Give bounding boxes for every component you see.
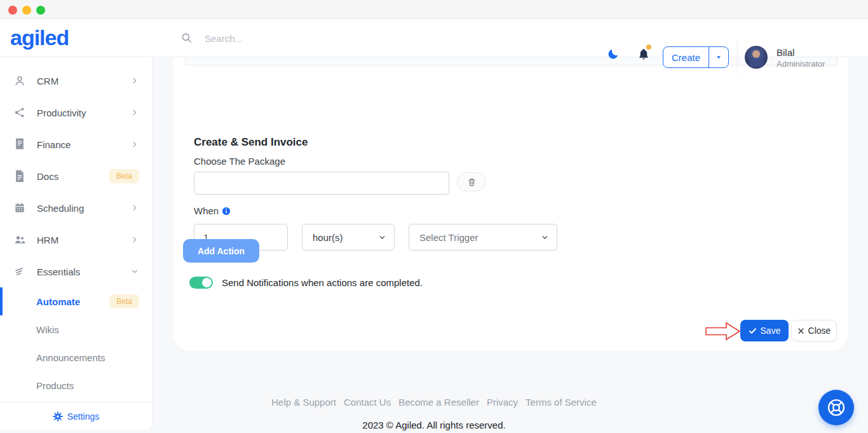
calendar-icon [13,202,27,214]
chevron-down-icon [378,233,386,242]
footer-link-privacy[interactable]: Privacy [487,397,518,408]
caret-down-icon [715,53,722,61]
chevron-down-icon [130,267,139,276]
app-header: agiled Create Bilal Administrator [0,19,868,57]
info-icon[interactable] [222,207,231,216]
scrolled-section-edge [185,57,837,65]
dark-mode-toggle[interactable] [605,46,621,62]
moon-icon [607,48,620,60]
sidebar-subitem-announcements[interactable]: Announcements [0,343,152,371]
sidebar-item-label: Essentials [37,266,80,277]
sidebar-subitem-label: Announcements [36,352,105,363]
sidebar-subitem-products[interactable]: Products [0,371,152,399]
window-minimize-icon[interactable] [22,6,31,15]
close-button-label: Close [808,326,831,336]
create-button-label: Create [663,47,709,67]
create-dropdown-toggle[interactable] [709,47,728,67]
create-button[interactable]: Create [663,46,729,68]
save-button-label: Save [761,326,781,336]
package-input[interactable] [194,172,449,195]
agiled-logo[interactable]: agiled [10,25,69,50]
document-icon [13,170,27,182]
sidebar-item-label: Productivity [37,107,86,118]
beta-badge: Beta [109,169,139,183]
close-icon [797,327,804,334]
bell-icon [637,48,650,60]
chevron-right-icon [130,76,139,85]
trigger-select[interactable]: Select Trigger [409,224,557,251]
delay-unit-value: hour(s) [313,232,343,243]
sidebar-item-label: Finance [37,139,71,150]
sidebar-item-scheduling[interactable]: Scheduling [0,192,152,224]
chevron-right-icon [130,203,139,212]
notification-toggle[interactable] [189,277,213,289]
sidebar: CRM Productivity Finance Docs Beta Sched… [0,57,153,430]
invoice-icon [13,138,27,151]
notification-dot [646,45,651,50]
chevron-right-icon [130,140,139,149]
sidebar-item-docs[interactable]: Docs Beta [0,160,152,192]
sidebar-item-productivity[interactable]: Productivity [0,97,152,128]
chevron-right-icon [130,108,139,117]
sidebar-item-label: CRM [37,76,58,86]
footer-link-reseller[interactable]: Become a Reseller [398,397,479,408]
sidebar-item-label: HRM [37,235,58,245]
window-zoom-icon[interactable] [36,6,45,15]
search-input[interactable] [205,33,471,44]
sidebar-item-label: Docs [37,171,58,182]
notification-toggle-row: Send Notifications when actions are comp… [189,277,423,289]
sidebar-subitem-label: Wikis [36,324,59,335]
global-search [180,28,471,48]
trigger-select-value: Select Trigger [419,232,478,243]
sidebar-settings[interactable]: Settings [0,402,152,430]
app-root: agiled Create Bilal Administrator [0,0,868,433]
settings-label: Settings [67,411,100,422]
avatar[interactable] [745,46,768,69]
workflow-icon [13,106,27,119]
footer-link-terms[interactable]: Terms of Service [526,397,597,408]
notifications-button[interactable] [635,46,652,62]
add-action-button[interactable]: Add Action [183,239,259,263]
sidebar-subitem-label: Products [36,380,74,391]
when-label: When [194,205,219,216]
close-button[interactable]: Close [791,320,837,341]
delay-unit-select[interactable]: hour(s) [302,224,395,251]
beta-badge: Beta [109,294,139,308]
automation-editor-card: Create & Send Invoice Choose The Package… [173,57,848,351]
sidebar-subitem-label: Automate [36,296,80,307]
when-row: When [194,205,231,216]
notification-toggle-label: Send Notifications when actions are comp… [222,277,423,288]
package-label: Choose The Package [194,156,285,167]
sidebar-item-label: Scheduling [37,203,84,214]
sidebar-item-finance[interactable]: Finance [0,128,152,160]
annotation-arrow [705,322,741,341]
chevron-right-icon [130,235,139,244]
sidebar-item-hrm[interactable]: HRM [0,224,152,256]
automation-heading: Create & Send Invoice [194,136,308,149]
chevron-down-icon [541,233,549,242]
user-role: Administrator [776,59,825,69]
user-icon [13,74,27,87]
header-divider [737,40,738,74]
check-icon [749,327,757,335]
sidebar-subitem-automate[interactable]: Automate Beta [0,287,152,315]
search-icon [180,32,193,45]
layers-icon [13,265,27,278]
sidebar-subitem-wikis[interactable]: Wikis [0,315,152,343]
delete-action-button[interactable] [457,172,486,191]
lifebuoy-icon [825,397,847,418]
people-icon [13,233,27,246]
trash-icon [467,177,477,187]
gear-icon [53,411,63,422]
footer-link-help[interactable]: Help & Support [271,397,336,408]
window-close-icon[interactable] [8,6,17,15]
window-titlebar [0,0,868,19]
sidebar-item-crm[interactable]: CRM [0,65,152,97]
footer-link-contact[interactable]: Contact Us [344,397,391,408]
save-button[interactable]: Save [740,320,789,341]
help-fab-button[interactable] [818,390,854,425]
user-name: Bilal [776,47,794,58]
sidebar-item-essentials[interactable]: Essentials [0,256,152,287]
